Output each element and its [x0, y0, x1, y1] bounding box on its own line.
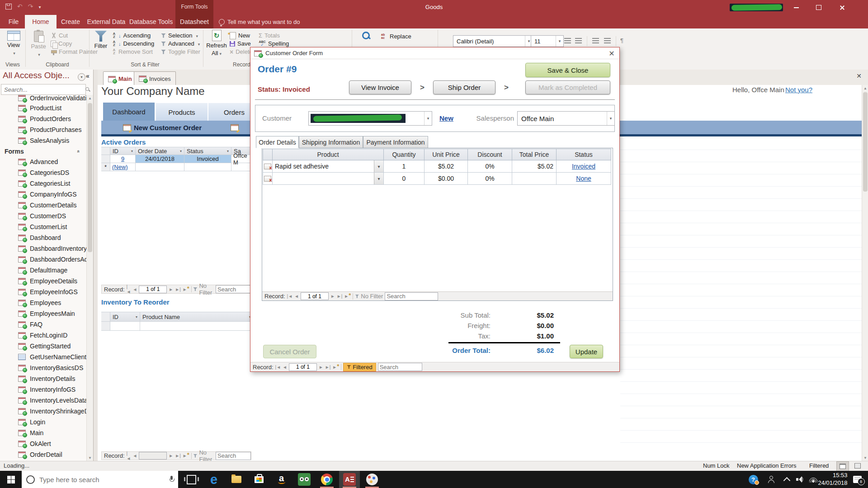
- ascending-button[interactable]: Ascending: [112, 32, 151, 39]
- customize-qat-icon[interactable]: [38, 3, 41, 10]
- redo-icon[interactable]: [28, 3, 33, 10]
- record-search-input[interactable]: [216, 452, 251, 460]
- selection-button[interactable]: Selection: [161, 32, 198, 39]
- new-customer-order-button[interactable]: New Customer Order: [123, 122, 202, 132]
- nav-item[interactable]: Employees: [0, 297, 86, 308]
- nav-scrollbar[interactable]: ▲ ▼: [86, 95, 93, 461]
- chrome-button[interactable]: [316, 471, 337, 488]
- edge-button[interactable]: [203, 471, 224, 488]
- nav-group-forms[interactable]: Forms«: [0, 146, 86, 156]
- status-filtered[interactable]: Filtered: [809, 462, 829, 469]
- paint3d-button[interactable]: [362, 471, 382, 488]
- order-row-new[interactable]: 0 $0.00 0% None: [263, 173, 613, 185]
- action-center-button[interactable]: 8: [848, 471, 866, 488]
- help-tray-button[interactable]: [745, 471, 761, 488]
- selector-header[interactable]: [101, 312, 110, 322]
- new-record-icon[interactable]: [183, 287, 189, 292]
- restore-button[interactable]: [809, 0, 828, 15]
- datasheet-view-button[interactable]: [852, 461, 863, 470]
- nav-item[interactable]: InventoryDetails: [0, 373, 86, 384]
- chevron-down-icon[interactable]: [607, 112, 614, 125]
- replace-button[interactable]: abacReplace: [381, 33, 411, 40]
- nav-item[interactable]: Advanced: [0, 156, 86, 167]
- tab-dashboard[interactable]: Dashboard: [103, 103, 155, 121]
- dropdown-icon[interactable]: [374, 160, 383, 172]
- collapse-chevron-icon[interactable]: «: [76, 150, 81, 152]
- nav-search-input[interactable]: [1, 86, 85, 94]
- mark-completed-button[interactable]: Mark as Completed: [525, 80, 610, 94]
- col-total-price[interactable]: Total Price: [512, 149, 557, 160]
- col-quantity[interactable]: Quantity: [384, 149, 425, 160]
- tell-me-box[interactable]: Tell me what you want to do: [219, 15, 300, 28]
- col-unit-price[interactable]: Unit Price: [425, 149, 468, 160]
- file-explorer-button[interactable]: [226, 471, 247, 488]
- next-record-icon[interactable]: [169, 453, 173, 458]
- amazon-button[interactable]: [271, 471, 292, 488]
- last-record-icon[interactable]: [175, 453, 181, 458]
- order-row[interactable]: Rapid set adhesive 1 $5.02 0% $5.02 Invo…: [263, 160, 613, 173]
- copy-button[interactable]: Copy: [51, 40, 72, 47]
- chevron-down-icon[interactable]: [424, 112, 432, 125]
- nav-item[interactable]: DefaultImage: [0, 265, 86, 276]
- tab-home[interactable]: Home: [25, 15, 57, 28]
- font-size-combo[interactable]: 11: [531, 35, 564, 47]
- new-record-icon[interactable]: [332, 365, 339, 370]
- delete-row-icon[interactable]: [264, 164, 271, 169]
- ship-order-button[interactable]: Ship Order: [433, 80, 495, 94]
- first-record-icon[interactable]: [287, 294, 293, 299]
- scroll-down-icon[interactable]: ▼: [87, 455, 93, 461]
- nav-item[interactable]: EmployeeInfoGS: [0, 286, 86, 297]
- save-record-button[interactable]: Save: [230, 40, 251, 47]
- col-product-name[interactable]: Product Name▾: [140, 312, 253, 322]
- refresh-all-button[interactable]: Refresh All: [206, 30, 227, 56]
- status-cell[interactable]: None: [557, 173, 611, 185]
- col-product[interactable]: Product: [273, 149, 384, 160]
- customer-combo[interactable]: [308, 111, 432, 126]
- remove-sort-button[interactable]: Remove Sort: [112, 48, 153, 56]
- scroll-up-icon[interactable]: ▲: [862, 85, 868, 91]
- microphone-icon[interactable]: [170, 476, 174, 483]
- paragraph-marks-icon[interactable]: [620, 36, 623, 44]
- last-record-icon[interactable]: [337, 294, 343, 299]
- close-button[interactable]: [833, 0, 852, 15]
- totals-button[interactable]: Totals: [259, 32, 280, 39]
- next-record-icon[interactable]: [169, 287, 173, 292]
- delete-row-cell[interactable]: [263, 173, 273, 185]
- nav-item[interactable]: GetUserNameClientOnly: [0, 352, 86, 362]
- volume-button[interactable]: [793, 471, 807, 488]
- sort-dropdown-icon[interactable]: ▾: [227, 149, 229, 153]
- doc-tab-invoices[interactable]: Invoices: [134, 71, 176, 85]
- nav-item[interactable]: SalesAnalysis: [0, 135, 86, 146]
- product-cell[interactable]: [273, 173, 384, 185]
- col-discount[interactable]: Discount: [468, 149, 512, 160]
- undo-icon[interactable]: [17, 3, 23, 10]
- filtered-indicator[interactable]: Filtered: [343, 363, 376, 371]
- cut-button[interactable]: Cut: [51, 32, 68, 39]
- tab-products[interactable]: Products: [156, 103, 208, 122]
- unit-price-cell[interactable]: $5.02: [425, 160, 468, 173]
- dialog-close-icon[interactable]: ✕: [608, 49, 616, 58]
- advanced-button[interactable]: Advanced: [161, 40, 200, 47]
- nav-item[interactable]: EmployeesMain: [0, 308, 86, 319]
- record-search-input[interactable]: [385, 292, 438, 300]
- new-row-selector[interactable]: *: [101, 163, 110, 171]
- nav-item[interactable]: OrderInvoiceValidation: [0, 95, 86, 103]
- record-search-input[interactable]: [216, 285, 251, 293]
- taskbar-search-box[interactable]: [22, 471, 178, 488]
- record-position[interactable]: [139, 452, 167, 460]
- tab-external-data[interactable]: External Data: [85, 15, 127, 28]
- document-close-icon[interactable]: ✕: [854, 72, 863, 80]
- nav-item[interactable]: DashboardOrdersActiveD...: [0, 254, 86, 265]
- cancel-order-button[interactable]: Cancel Order: [263, 345, 316, 358]
- discount-cell[interactable]: 0%: [468, 173, 512, 185]
- tab-payment-information[interactable]: Payment Information: [363, 136, 428, 148]
- last-record-icon[interactable]: [325, 365, 331, 370]
- total-price-cell[interactable]: [512, 173, 557, 185]
- record-position[interactable]: [289, 363, 317, 371]
- scroll-down-icon[interactable]: ▼: [862, 455, 868, 461]
- update-button[interactable]: Update: [570, 345, 603, 358]
- sort-dropdown-icon[interactable]: ▾: [180, 149, 182, 153]
- filter-button[interactable]: Filter: [92, 31, 110, 49]
- nav-item[interactable]: CustomerDS: [0, 211, 86, 221]
- table-new-row[interactable]: * (New): [101, 163, 253, 171]
